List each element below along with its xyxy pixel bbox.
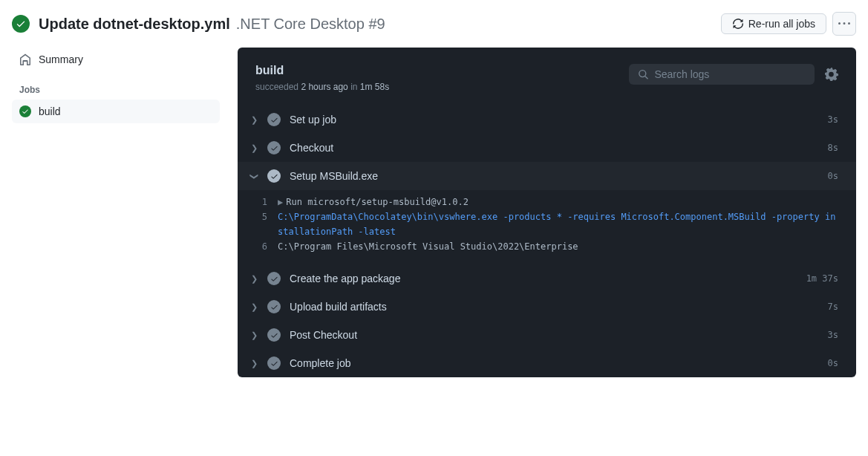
step-time: 0s [828, 358, 838, 368]
step-status-icon [267, 300, 281, 313]
step-time: 7s [828, 302, 838, 312]
rerun-all-jobs-button[interactable]: Re-run all jobs [721, 13, 826, 34]
step-status-icon [267, 169, 281, 183]
check-icon [22, 108, 29, 115]
step-status-icon [267, 356, 281, 370]
check-icon [270, 116, 278, 124]
svg-point-0 [639, 71, 646, 77]
line-number: 1 [248, 195, 278, 209]
log-search[interactable] [629, 64, 815, 85]
step-name: Complete job [290, 357, 828, 369]
chevron-right-icon: ❯ [248, 274, 260, 284]
step-row[interactable]: ❯ Upload build artifacts 7s [238, 293, 856, 321]
check-icon [16, 19, 26, 29]
step-name: Upload build artifacts [290, 301, 828, 313]
job-status-icon [19, 105, 31, 117]
header-left: Update dotnet-desktop.yml .NET Core Desk… [12, 15, 385, 33]
step-row[interactable]: ❯ Checkout 8s [238, 134, 856, 162]
chevron-right-icon: ❯ [248, 115, 260, 125]
chevron-down-icon: ❯ [249, 170, 259, 182]
chevron-right-icon: ❯ [248, 330, 260, 340]
step-name: Post Checkout [290, 329, 828, 341]
job-meta: succeeded 2 hours ago in 1m 58s [255, 82, 389, 92]
kebab-icon [838, 18, 850, 30]
step-row[interactable]: ❯ Set up job 3s [238, 105, 856, 134]
search-icon [638, 68, 648, 80]
step-name: Checkout [290, 142, 828, 154]
title-subtext: .NET Core Desktop #9 [236, 16, 385, 33]
main: Summary Jobs build build succeeded 2 hou… [0, 48, 868, 377]
step-name: Set up job [290, 114, 828, 126]
log-search-input[interactable] [654, 68, 806, 80]
sidebar: Summary Jobs build [12, 48, 220, 377]
log-header-right [629, 64, 838, 85]
home-icon [19, 53, 31, 65]
check-icon [270, 303, 278, 311]
step-time: 3s [828, 114, 838, 125]
log-panel: build succeeded 2 hours ago in 1m 58s [238, 48, 856, 377]
line-number: 5 [248, 209, 278, 224]
chevron-right-icon: ❯ [248, 359, 260, 368]
sidebar-summary[interactable]: Summary [12, 48, 220, 71]
chevron-right-icon: ❯ [248, 302, 260, 312]
steps-list: ❯ Set up job 3s ❯ Checkout 8s ❯ Setup MS… [238, 105, 856, 377]
line-content: C:\Program Files\Microsoft Visual Studio… [278, 239, 838, 254]
step-time: 1m 37s [806, 273, 838, 284]
log-line[interactable]: 1 ▶Run microsoft/setup-msbuild@v1.0.2 [248, 195, 838, 209]
job-in-word: in [350, 82, 357, 92]
step-time: 0s [828, 171, 838, 181]
step-status-icon [267, 328, 281, 342]
sync-icon [732, 18, 744, 30]
line-number: 6 [248, 239, 278, 254]
rerun-label: Re-run all jobs [748, 18, 815, 30]
check-icon [270, 331, 278, 339]
step-status-icon [267, 113, 281, 126]
check-icon [270, 172, 278, 180]
step-row[interactable]: ❯ Create the app package 1m 37s [238, 264, 856, 293]
step-row[interactable]: ❯ Complete job 0s [238, 349, 856, 377]
svg-line-1 [645, 76, 648, 79]
page-header: Update dotnet-desktop.yml .NET Core Desk… [0, 0, 868, 48]
log-header: build succeeded 2 hours ago in 1m 58s [238, 48, 856, 105]
sidebar-job-build[interactable]: build [12, 100, 220, 123]
page-title: Update dotnet-desktop.yml .NET Core Desk… [39, 16, 385, 33]
workflow-status-icon [12, 15, 30, 33]
sidebar-summary-label: Summary [39, 53, 83, 65]
log-line[interactable]: 5 C:\ProgramData\Chocolatey\bin\vswhere.… [248, 209, 838, 239]
title-main: Update dotnet-desktop.yml [39, 16, 230, 33]
kebab-menu-button[interactable] [832, 12, 856, 36]
step-name: Setup MSBuild.exe [290, 170, 828, 182]
log-lines: 1 ▶Run microsoft/setup-msbuild@v1.0.2 5 … [238, 190, 856, 264]
header-actions: Re-run all jobs [721, 12, 856, 36]
job-status-word: succeeded [255, 82, 298, 92]
job-time-ago: 2 hours ago [301, 82, 347, 92]
job-duration: 1m 58s [360, 82, 389, 92]
step-name: Create the app package [290, 273, 806, 284]
step-row[interactable]: ❯ Post Checkout 3s [238, 321, 856, 349]
step-row[interactable]: ❯ Setup MSBuild.exe 0s [238, 162, 856, 190]
check-icon [270, 359, 278, 368]
line-content: ▶Run microsoft/setup-msbuild@v1.0.2 [278, 195, 838, 209]
line-content: C:\ProgramData\Chocolatey\bin\vswhere.ex… [278, 209, 838, 239]
check-icon [270, 144, 278, 152]
gear-icon[interactable] [825, 68, 838, 81]
triangle-right-icon: ▶ [278, 197, 283, 207]
log-header-left: build succeeded 2 hours ago in 1m 58s [255, 64, 389, 92]
chevron-right-icon: ❯ [248, 143, 260, 153]
check-icon [270, 275, 278, 283]
sidebar-jobs-heading: Jobs [12, 71, 220, 100]
sidebar-job-label: build [39, 105, 61, 117]
step-status-icon [267, 272, 281, 285]
job-title: build [255, 64, 389, 77]
step-time: 8s [828, 143, 838, 153]
log-line[interactable]: 6 C:\Program Files\Microsoft Visual Stud… [248, 239, 838, 254]
step-status-icon [267, 141, 281, 154]
step-time: 3s [828, 330, 838, 340]
